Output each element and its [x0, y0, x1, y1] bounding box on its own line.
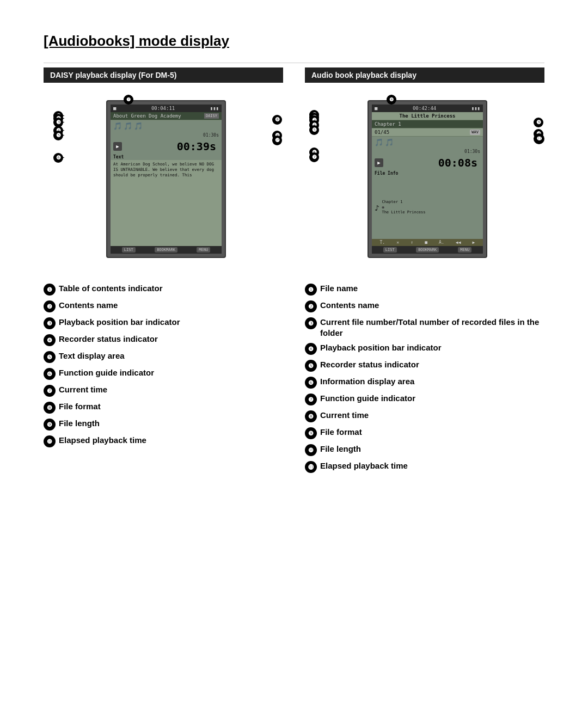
daisy-legend-text-4: Recorder status indicator [59, 334, 158, 345]
daisy-text-area: At American Dog School, we believe NO DO… [111, 160, 222, 246]
ab-legend-4: ❹ Playback position bar indicator [305, 342, 544, 355]
ab-annotation-5: ❺ [309, 125, 319, 135]
daisy-legend-text-7: Current time [59, 384, 107, 395]
daisy-icon3: 🎵 [134, 122, 143, 130]
daisy-topbar: ■ 00:04:11 ▮▮▮ [111, 105, 222, 112]
ab-legend-6: ❻ Information display area [305, 376, 544, 389]
annotation-10-right: ❿ [272, 136, 282, 145]
daisy-legend-num-3: ❸ [44, 317, 56, 329]
ab-title: The Little Princess [372, 112, 483, 120]
audiobook-section: Audio book playback display ❶ ❷ ❸ ❹ [305, 67, 544, 263]
ab-legend-num-11: ⓫ [305, 461, 317, 473]
ab-legend-num-6: ❻ [305, 377, 317, 389]
ab-annotation-7: ❼ [309, 152, 319, 162]
ab-topbar-time: 00:42:44 [413, 106, 436, 111]
ab-icons-row: 🎵 🎵 [372, 137, 483, 148]
daisy-icon2: 🎵 [124, 122, 132, 130]
audiobook-legend: ❶ File name ❷ Contents name ❸ Current fi… [305, 283, 544, 477]
ab-legend-text-7: Function guide indicator [320, 393, 415, 404]
daisy-btn-menu[interactable]: MENU [197, 247, 210, 253]
ab-chapter: Chapter 1 [372, 120, 483, 128]
ab-legend-num-1: ❶ [305, 284, 317, 296]
ab-bottom-icon-up: ↑ [411, 240, 413, 245]
ab-bottom-bar: LIST BOOKMARK MENU [372, 246, 483, 254]
daisy-btn-bookmark[interactable]: BOOKMARK [155, 247, 177, 253]
daisy-legend-8: ❽ File format [44, 401, 283, 414]
ab-legend-text-3: Current file number/Total number of reco… [320, 317, 544, 338]
daisy-device-screen: ■ 00:04:11 ▮▮▮ About Green Dog Academy D… [106, 100, 226, 258]
ab-legend-text-4: Playback position bar indicator [320, 342, 442, 353]
ab-bottom-icon-x: ✕ [396, 240, 399, 245]
legend-columns: ❶ Table of contents indicator ❷ Contents… [44, 283, 544, 477]
ab-icon2: 🎵 [385, 138, 394, 146]
ab-legend-text-11: Elapsed playback time [320, 460, 408, 471]
ab-legend-num-3: ❸ [305, 317, 317, 329]
annotation-5-left: ❺ [53, 131, 63, 140]
ab-info-line2: The Little Princess [382, 210, 425, 216]
ab-filenum: 01/45 WAV [372, 128, 483, 137]
daisy-legend-text-6: Function guide indicator [59, 367, 154, 378]
daisy-play-button: ▶ [113, 142, 122, 151]
ab-bottom-icon-t: T. [380, 240, 385, 245]
daisy-header: DAISY playback display (For DM-5) [44, 67, 283, 83]
ab-annotation-9: ❾ [534, 118, 543, 127]
daisy-legend-1: ❶ Table of contents indicator [44, 283, 283, 296]
ab-btn-list[interactable]: LIST [383, 247, 397, 253]
daisy-legend-6: ❻ Function guide indicator [44, 367, 283, 380]
audiobook-screen-inner: ■ 00:42:44 ▮▮▮ The Little Princess Chapt… [372, 105, 483, 254]
daisy-bottom-bar: LIST BOOKMARK MENU [111, 246, 222, 254]
daisy-screen-inner: ■ 00:04:11 ▮▮▮ About Green Dog Academy D… [111, 105, 222, 254]
daisy-device-wrapper: ❶ ❷ ❸ ❹ ❺ [44, 89, 283, 263]
page-title: [Audiobooks] mode display [44, 33, 544, 50]
ab-file-info-lines: Chapter 1 ◉ The Little Princess [382, 200, 425, 216]
daisy-legend-text-3: Playback position bar indicator [59, 317, 180, 328]
daisy-play-row: ▶ 00:39s [111, 139, 222, 154]
daisy-legend-num-7: ❼ [44, 385, 56, 397]
daisy-topbar-left: ■ [113, 106, 116, 111]
ab-annotation-8-top: ❽ [387, 95, 396, 105]
ab-topbar-icon: ■ [375, 106, 377, 111]
ab-btn-menu[interactable]: MENU [458, 247, 471, 253]
daisy-legend-text-1: Table of contents indicator [59, 283, 163, 294]
daisy-time-row: 01:30s [111, 132, 222, 139]
ab-legend-11: ⓫ Elapsed playback time [305, 460, 544, 473]
ab-bottom-icon-play: ▶ [473, 240, 475, 245]
ab-btn-bookmark[interactable]: BOOKMARK [416, 247, 439, 253]
ab-legend-num-4: ❹ [305, 343, 317, 355]
daisy-legend-num-10: ❿ [44, 435, 56, 447]
daisy-section: DAISY playback display (For DM-5) ❶ ❷ ❸ [44, 67, 283, 263]
daisy-topbar-battery: ▮▮▮ [210, 106, 219, 111]
audiobook-device-wrapper: ❶ ❷ ❸ ❹ ❺ [305, 89, 544, 263]
daisy-legend-num-4: ❹ [44, 334, 56, 346]
ab-topbar-battery: ▮▮▮ [471, 106, 480, 111]
ab-legend-9: ❾ File format [305, 427, 544, 439]
ab-bottom-icon-square: ■ [425, 240, 427, 245]
daisy-text-label: Text [111, 154, 222, 160]
ab-info-line1: Chapter 1 [382, 200, 425, 205]
ab-legend-num-9: ❾ [305, 427, 317, 439]
ab-legend-text-8: Current time [320, 410, 369, 421]
annotation-6-left: ❻ [53, 153, 63, 163]
ab-big-time: 00:08s [386, 156, 480, 169]
ab-legend-text-5: Recorder status indicator [320, 359, 419, 370]
displays-row: DAISY playback display (For DM-5) ❶ ❷ ❸ [44, 67, 544, 263]
daisy-icons-row: 🎵 🎵 🎵 [111, 120, 222, 132]
ab-music-note: ♪ [375, 204, 379, 212]
ab-play-row: ▶ 00:08s [372, 155, 483, 170]
ab-legend-text-10: File length [320, 444, 361, 454]
daisy-contents-name: About Green Dog Academy DAISY [111, 112, 222, 120]
ab-legend-8: ❽ Current time [305, 410, 544, 422]
daisy-legend-num-8: ❽ [44, 402, 56, 414]
ab-topbar: ■ 00:42:44 ▮▮▮ [372, 105, 483, 112]
daisy-legend-num-6: ❻ [44, 368, 56, 380]
ab-legend-1: ❶ File name [305, 283, 544, 296]
daisy-btn-list[interactable]: LIST [122, 247, 136, 253]
ab-legend-5: ❺ Recorder status indicator [305, 359, 544, 372]
daisy-legend-text-9: File length [59, 418, 100, 429]
daisy-legend-2: ❷ Contents name [44, 300, 283, 312]
ab-legend-num-5: ❺ [305, 360, 317, 372]
annotation-7-top: ❼ [124, 95, 133, 105]
ab-bottom-icons: T. ✕ ↑ ■ A. ◀◀ ▶ [372, 239, 483, 246]
ab-legend-num-8: ❽ [305, 410, 317, 422]
ab-legend-text-1: File name [320, 283, 358, 294]
